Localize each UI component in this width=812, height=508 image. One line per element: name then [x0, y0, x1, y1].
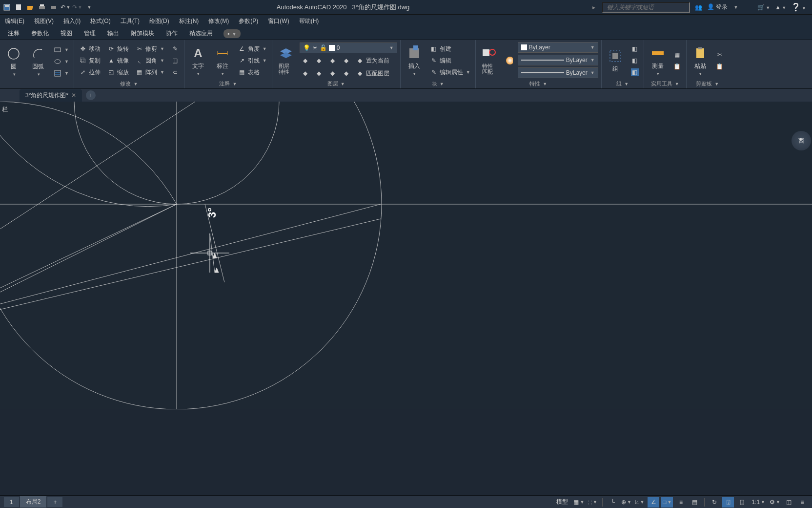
table-button[interactable]: ▦表格 [236, 67, 269, 78]
drawing-viewport[interactable]: 栏 [0, 102, 812, 409]
util-tool-2[interactable]: 📋 [671, 61, 683, 72]
tab-view[interactable]: 视图 [55, 27, 78, 40]
app-icon[interactable]: ▲▼ [775, 4, 786, 11]
qat-dropdown[interactable]: ▼ [84, 2, 94, 12]
annot-panel-label[interactable]: 注释 ▼ [187, 79, 269, 87]
add-layout-button[interactable]: + [47, 497, 62, 507]
pencil-icon[interactable]: ✎ [169, 43, 181, 54]
grid2-icon[interactable]: ⸬▼ [587, 497, 598, 508]
cart-icon[interactable]: 🛒▼ [757, 4, 770, 11]
paste-button[interactable]: 粘贴▾ [690, 44, 711, 77]
linetype-dropdown[interactable]: ByLayer▼ [518, 67, 598, 78]
block-create-button[interactable]: ◧创建 [428, 43, 472, 54]
scale-button[interactable]: ◱缩放 [105, 67, 131, 78]
angle-dim-button[interactable]: ∠角度▼ [236, 43, 269, 54]
close-icon[interactable]: ✕ [71, 92, 76, 99]
text-button[interactable]: A 文字▾ [187, 44, 209, 77]
color-wheel-button[interactable] [503, 55, 515, 66]
menu-help[interactable]: 帮助(H) [299, 17, 319, 25]
menu-draw[interactable]: 绘图(D) [149, 17, 169, 25]
insert-button[interactable]: 插入▾ [404, 44, 425, 77]
clipboard-panel-label[interactable]: 剪贴板 ▼ [690, 79, 726, 87]
match-layer-button[interactable]: ◆匹配图层 [354, 68, 391, 79]
cut-button[interactable]: ✂ [714, 49, 726, 60]
polar-icon[interactable]: ⊕▼ [620, 497, 632, 508]
open-icon[interactable] [25, 2, 35, 12]
block-panel-label[interactable]: 块 ▼ [404, 79, 472, 87]
selection-cycle[interactable]: ↻ [709, 497, 720, 508]
tab-ext[interactable]: ▪ ▼ [219, 29, 245, 38]
rectangle-button[interactable]: ▼ [52, 44, 71, 55]
annot-scale[interactable]: ⍠ [722, 497, 734, 508]
login-button[interactable]: 👤 登录 [707, 3, 728, 11]
arc-button[interactable]: 圆弧▾ [27, 45, 49, 78]
layer-props-button[interactable]: 图层特性 [275, 45, 297, 76]
menu-edit[interactable]: 编辑(E) [5, 17, 24, 25]
scale-button[interactable]: 1:1▼ [750, 497, 767, 508]
trim-button[interactable]: ✂修剪▼ [134, 43, 166, 54]
menu-view[interactable]: 视图(V) [34, 17, 54, 25]
ellipse-button[interactable]: ▼ [52, 56, 71, 67]
layer-dropdown[interactable]: 💡 ☀ 🔓 0 ▼ [300, 42, 397, 53]
layout-tab-2[interactable]: 布局2 [20, 496, 47, 508]
lineweight-toggle[interactable]: ≡ [675, 497, 687, 508]
layer-tool-7[interactable]: ◆ [327, 68, 339, 79]
menu-window[interactable]: 窗口(W) [268, 17, 289, 25]
circle-button[interactable]: 圆▾ [3, 45, 24, 78]
tab-annotate[interactable]: 注释 [2, 27, 25, 40]
login-dropdown[interactable]: ▼ [733, 5, 738, 10]
redo-button[interactable]: ↷▼ [72, 2, 82, 12]
move-button[interactable]: ✥移动 [77, 43, 102, 54]
copy-button[interactable]: ⿻复制 [77, 55, 102, 66]
layer-tool-1[interactable]: ◆ [300, 55, 311, 66]
block-edit-button[interactable]: ✎编辑 [428, 55, 472, 66]
gear-icon[interactable]: ⚙▼ [769, 497, 781, 508]
region-button[interactable]: ⊂ [169, 67, 181, 78]
layer-panel-label[interactable]: 图层 ▼ [275, 79, 397, 87]
modify-panel-label[interactable]: 修改 ▼ [77, 79, 181, 87]
layer-tool-3[interactable]: ◆ [327, 55, 339, 66]
tab-collab[interactable]: 协作 [160, 27, 183, 40]
tab-addins[interactable]: 附加模块 [125, 27, 160, 40]
fillet-button[interactable]: ◟圆角▼ [134, 55, 166, 66]
rotate-button[interactable]: ⟳旋转 [105, 43, 131, 54]
tab-featured[interactable]: 精选应用 [183, 27, 219, 40]
menu-format[interactable]: 格式(O) [90, 17, 110, 25]
group-tool-3[interactable]: ◧ [629, 67, 641, 78]
copy-clip-button[interactable]: 📋 [714, 61, 726, 72]
transparency-toggle[interactable]: ▤ [689, 497, 700, 508]
annot-vis[interactable]: ⍠ [736, 497, 748, 508]
add-tab-button[interactable]: + [86, 90, 96, 100]
tab-output[interactable]: 输出 [102, 27, 125, 40]
util-tool-1[interactable]: ▦ [671, 49, 683, 60]
layer-tool-5[interactable]: ◆ [300, 68, 311, 79]
dim-button[interactable]: 标注▾ [212, 44, 233, 77]
tab-manage[interactable]: 管理 [78, 27, 102, 40]
tab-parametric[interactable]: 参数化 [25, 27, 55, 40]
menu-insert[interactable]: 插入(I) [63, 17, 81, 25]
iso-icon[interactable]: ⟀▼ [634, 497, 646, 508]
save-icon[interactable] [2, 2, 12, 12]
layer-tool-2[interactable]: ◆ [313, 55, 325, 66]
menu-modify[interactable]: 修改(M) [208, 17, 229, 25]
props-panel-label[interactable]: 特性 ▼ [479, 79, 598, 87]
mirror-button[interactable]: ▲镜像 [105, 55, 131, 66]
hatch-button[interactable]: ▼ [52, 68, 71, 79]
utils-panel-label[interactable]: 实用工具 ▼ [647, 79, 683, 87]
group-panel-label[interactable]: 组 ▼ [605, 79, 641, 87]
ortho-icon[interactable]: └ [607, 497, 618, 508]
undo-button[interactable]: ↶▼ [61, 2, 70, 12]
layout-tab-1[interactable]: 1 [4, 497, 19, 507]
search-play-icon[interactable]: ▸ [592, 4, 595, 11]
explode-button[interactable]: ◫ [169, 55, 181, 66]
layer-tool-8[interactable]: ◆ [341, 68, 352, 79]
osnap2-icon[interactable]: □▼ [661, 497, 673, 508]
model-button[interactable]: 模型 [553, 497, 571, 508]
block-editattr-button[interactable]: ✎编辑属性▼ [428, 67, 472, 78]
new-icon[interactable] [14, 2, 23, 12]
menu-param[interactable]: 参数(P) [239, 17, 258, 25]
group-tool-2[interactable]: ◧ [629, 55, 641, 66]
plot-icon[interactable] [37, 2, 47, 12]
group-tool-1[interactable]: ◧ [629, 43, 641, 54]
leader-button[interactable]: ↗引线▼ [236, 55, 269, 66]
